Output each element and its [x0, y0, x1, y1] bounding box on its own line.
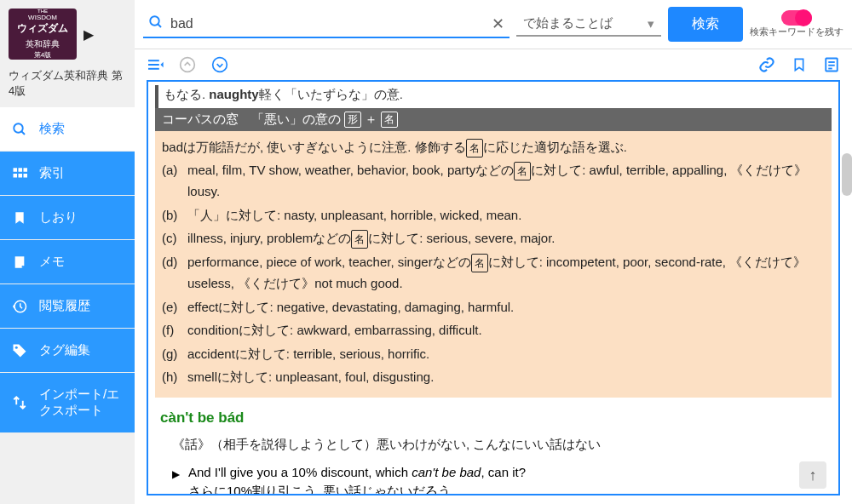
triangle-icon: ▶: [172, 465, 180, 480]
corpus-item: (f)conditionに対して: awkward, embarrassing,…: [162, 318, 825, 342]
corpus-item: (g)accidentに対して: terrible, serious, horr…: [162, 342, 825, 366]
sidebar-item-search[interactable]: 検索: [0, 107, 135, 152]
sidebar-item-bookmark[interactable]: しおり: [0, 196, 135, 240]
bookmark-icon: [12, 210, 27, 226]
sidebar-item-label: 閲覧履歴: [39, 298, 90, 314]
entry-content[interactable]: もなる. naughty軽く「いたずらな」の意. コーパスの窓 「悪い」の意の …: [147, 80, 840, 495]
svg-rect-7: [24, 174, 28, 178]
search-box[interactable]: ✕: [143, 11, 509, 38]
sidebar-item-label: しおり: [39, 209, 78, 226]
svg-point-10: [150, 16, 159, 26]
sidebar-item-label: メモ: [39, 254, 65, 270]
corpus-item: (h)smellに対して: unpleasant, foul, disgusti…: [162, 365, 825, 389]
corpus-item: (a)meal, film, TV show, weather, behavio…: [162, 158, 825, 203]
history-icon: [12, 299, 27, 314]
corpus-item: (e)effectに対して: negative, devastating, da…: [162, 295, 825, 319]
svg-rect-2: [14, 168, 18, 172]
sidebar-item-tags[interactable]: タグ編集: [0, 329, 135, 373]
svg-rect-4: [24, 168, 28, 172]
svg-line-1: [21, 131, 25, 135]
entry-snippet: もなる. naughty軽く「いたずらな」の意.: [155, 85, 832, 108]
scroll-top-button[interactable]: ↑: [799, 461, 826, 489]
bookmark-icon[interactable]: [791, 56, 808, 73]
collapse-icon[interactable]: [147, 56, 164, 73]
search-button[interactable]: 検索: [668, 7, 743, 42]
corpus-item: (d)performance, piece of work, teacher, …: [162, 250, 825, 295]
chevron-down-icon: ▾: [648, 16, 654, 32]
svg-rect-5: [14, 174, 18, 178]
search-input[interactable]: [170, 16, 485, 32]
corpus-intro: badは万能語だが, 使いすぎないように注意. 修飾する名に応じた適切な語を選ぶ…: [162, 136, 825, 158]
sidebar-item-label: インポート/エクスポート: [39, 387, 123, 419]
svg-rect-3: [19, 168, 23, 172]
svg-line-11: [158, 24, 161, 27]
dictionary-logo: THE WISDOM ウィズダム 英和辞典 第4版: [9, 9, 77, 60]
note-icon: [12, 255, 27, 270]
svg-point-15: [181, 58, 195, 72]
corpus-item: (b)「人」に対して: nasty, unpleasant, horrible,…: [162, 203, 825, 227]
down-circle-icon[interactable]: [211, 56, 228, 73]
entry-headword: càn't be bád: [155, 398, 832, 433]
example-block: ▶ And I'll give you a 10% discount, whic…: [155, 456, 832, 496]
corpus-header: コーパスの窓 「悪い」の意の 形 ＋ 名: [155, 108, 832, 131]
svg-point-9: [15, 346, 18, 348]
import-export-icon: [12, 395, 27, 410]
sidebar-item-import-export[interactable]: インポート/エクスポート: [0, 373, 135, 433]
link-icon[interactable]: [758, 56, 775, 73]
search-icon: [12, 122, 27, 137]
tag-icon: [12, 343, 27, 358]
corpus-item: (c)illness, injury, problemなどの名に対して: ser…: [162, 226, 825, 250]
svg-rect-6: [19, 174, 23, 178]
match-mode-select[interactable]: で始まることば ▾: [516, 12, 661, 37]
toggle-label: 検索キーワードを残す: [750, 26, 843, 38]
entry-definition: 《話》（相手を説得しようとして）悪いわけがない, こんなにいい話はない: [155, 433, 832, 456]
memo-icon[interactable]: [823, 56, 840, 73]
sidebar-item-label: 索引: [39, 165, 65, 181]
match-mode-label: で始まることば: [523, 15, 613, 32]
corpus-body: badは万能語だが, 使いすぎないように注意. 修飾する名に応じた適切な語を選ぶ…: [155, 131, 832, 398]
sidebar-item-index[interactable]: 索引: [0, 152, 135, 196]
sidebar-item-label: 検索: [39, 121, 65, 137]
keep-keyword-toggle[interactable]: [781, 10, 812, 26]
play-icon[interactable]: ▶: [83, 26, 94, 43]
dictionary-title: ウィズダム英和辞典 第4版: [0, 68, 135, 107]
up-circle-icon[interactable]: [179, 56, 196, 73]
svg-point-0: [14, 123, 23, 133]
grid-icon: [12, 166, 27, 181]
sidebar-item-label: タグ編集: [39, 342, 90, 358]
clear-icon[interactable]: ✕: [492, 14, 504, 33]
sidebar-item-history[interactable]: 閲覧履歴: [0, 284, 135, 329]
sidebar-item-memo[interactable]: メモ: [0, 240, 135, 284]
svg-point-16: [213, 58, 227, 72]
scrollbar-thumb[interactable]: [842, 153, 852, 196]
search-icon: [148, 14, 164, 32]
